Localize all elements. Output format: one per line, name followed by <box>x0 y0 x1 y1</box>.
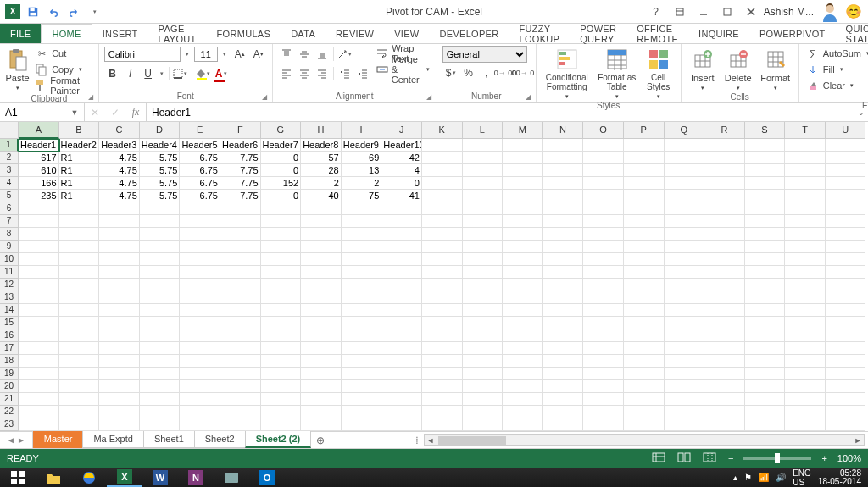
font-name-input[interactable] <box>104 47 181 62</box>
cell[interactable] <box>342 266 382 279</box>
cell[interactable]: 0 <box>381 177 422 190</box>
cell[interactable] <box>704 304 745 317</box>
cell[interactable] <box>583 152 624 164</box>
cell[interactable]: 69 <box>342 152 382 164</box>
format-painter-button[interactable]: Format Painter <box>33 78 93 93</box>
cell[interactable] <box>220 304 261 317</box>
cell[interactable] <box>301 266 342 279</box>
cell[interactable]: 0 <box>261 164 302 177</box>
cell[interactable] <box>826 342 866 355</box>
cell[interactable] <box>785 406 826 418</box>
cell[interactable] <box>583 380 624 393</box>
cell[interactable] <box>381 317 422 329</box>
cell[interactable] <box>624 228 665 241</box>
cell[interactable] <box>704 329 745 342</box>
row-header[interactable]: 11 <box>0 266 19 279</box>
cell[interactable] <box>180 406 220 418</box>
ribbon-tab-quick-stats[interactable]: QUICK STATS <box>836 24 868 43</box>
cell[interactable] <box>381 215 422 228</box>
cell[interactable] <box>503 342 543 355</box>
cell[interactable] <box>543 304 584 317</box>
cell[interactable] <box>785 317 826 329</box>
row-header[interactable]: 10 <box>0 253 19 266</box>
ribbon-tab-formulas[interactable]: FORMULAS <box>207 24 281 43</box>
cell[interactable] <box>704 406 745 418</box>
cell[interactable] <box>583 228 624 241</box>
cell[interactable] <box>665 355 705 368</box>
cell[interactable] <box>583 190 624 202</box>
increase-font-icon[interactable]: A▴ <box>231 46 248 63</box>
cell[interactable] <box>301 406 342 418</box>
cell[interactable] <box>59 329 100 342</box>
row-header[interactable]: 14 <box>0 304 19 317</box>
cell[interactable] <box>826 418 866 431</box>
ribbon-tab-data[interactable]: DATA <box>281 24 326 43</box>
cell[interactable] <box>463 368 504 380</box>
cell[interactable] <box>583 342 624 355</box>
cell[interactable] <box>745 215 786 228</box>
cell[interactable] <box>503 253 543 266</box>
scroll-left-icon[interactable]: ◄ <box>425 436 437 445</box>
cell[interactable] <box>220 368 261 380</box>
cell[interactable] <box>99 406 140 418</box>
row-header[interactable]: 2 <box>0 152 19 164</box>
cell[interactable] <box>140 202 181 215</box>
cell[interactable] <box>140 304 181 317</box>
cell[interactable] <box>826 253 866 266</box>
cell[interactable] <box>826 177 866 190</box>
zoom-in-icon[interactable]: + <box>820 453 828 463</box>
cell[interactable] <box>583 368 624 380</box>
ribbon-tab-office-remote[interactable]: OFFICE REMOTE <box>626 24 688 43</box>
cell[interactable] <box>624 342 665 355</box>
cell[interactable] <box>543 279 584 291</box>
clear-button[interactable]: Clear▾ <box>804 78 868 93</box>
cell[interactable] <box>422 279 463 291</box>
cell[interactable] <box>583 241 624 253</box>
cell[interactable] <box>463 418 504 431</box>
cell[interactable] <box>785 418 826 431</box>
cell[interactable] <box>261 418 302 431</box>
cell[interactable] <box>381 380 422 393</box>
cell[interactable] <box>342 393 382 406</box>
cell[interactable] <box>785 253 826 266</box>
cell[interactable] <box>704 418 745 431</box>
cell[interactable] <box>59 380 100 393</box>
cell[interactable] <box>261 329 302 342</box>
cell[interactable] <box>665 291 705 304</box>
taskbar-excel[interactable]: X <box>107 468 142 487</box>
cell[interactable] <box>826 215 866 228</box>
horizontal-scrollbar[interactable]: ◄ ► <box>424 434 865 446</box>
row-header[interactable]: 5 <box>0 190 19 202</box>
tray-volume-icon[interactable]: 🔊 <box>776 473 786 482</box>
cell[interactable] <box>543 215 584 228</box>
cell[interactable] <box>704 215 745 228</box>
cell[interactable] <box>463 266 504 279</box>
ribbon-tab-power-query[interactable]: POWER QUERY <box>570 24 626 43</box>
tray-lang[interactable]: ENGUS <box>793 468 811 487</box>
cell[interactable] <box>422 368 463 380</box>
decrease-indent-icon[interactable] <box>337 65 353 82</box>
cell[interactable]: 235 <box>19 190 59 202</box>
cell[interactable] <box>180 202 220 215</box>
cell[interactable] <box>543 342 584 355</box>
maximize-icon[interactable] <box>716 3 738 20</box>
format-as-table-button[interactable]: Format as Table▾ <box>596 46 638 100</box>
cell[interactable] <box>463 190 504 202</box>
row-header[interactable]: 3 <box>0 164 19 177</box>
column-header[interactable]: F <box>220 122 261 139</box>
cell[interactable] <box>665 164 705 177</box>
cell[interactable] <box>745 228 786 241</box>
cell[interactable]: 7.75 <box>220 190 261 202</box>
cell[interactable]: 0 <box>261 152 302 164</box>
cell[interactable] <box>543 368 584 380</box>
cell[interactable] <box>826 393 866 406</box>
cell[interactable] <box>422 342 463 355</box>
cell[interactable] <box>261 368 302 380</box>
ribbon-tab-inquire[interactable]: INQUIRE <box>688 24 749 43</box>
cell[interactable] <box>745 152 786 164</box>
cell[interactable] <box>503 266 543 279</box>
cell[interactable]: 13 <box>342 164 382 177</box>
cell[interactable] <box>422 190 463 202</box>
cell[interactable] <box>261 266 302 279</box>
cell[interactable] <box>261 253 302 266</box>
